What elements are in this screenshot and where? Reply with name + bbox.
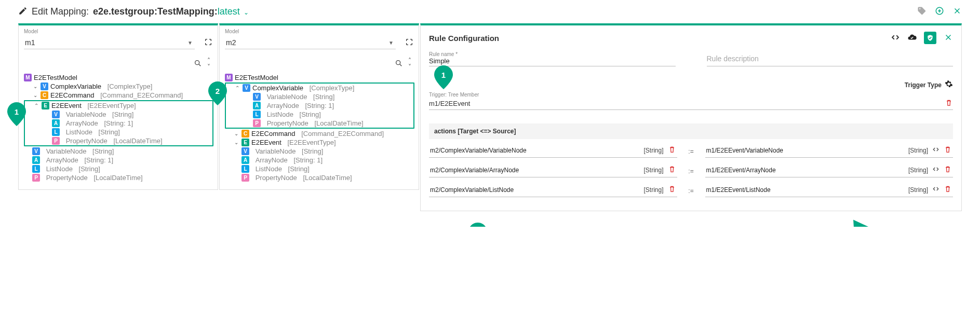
assign-operator: :=	[687, 168, 696, 175]
action-row: m2/ComplexVariable/ListNode [String] := …	[429, 185, 953, 197]
caret-down-icon: ▼	[187, 40, 193, 46]
fullscreen-icon[interactable]	[204, 38, 212, 48]
tree-row[interactable]: P PropertyNode [LocalDateTime]	[225, 173, 414, 182]
search-icon[interactable]	[395, 59, 403, 69]
highlighted-group: ⌃ E E2EEvent [E2EEventType] V VariableNo…	[24, 100, 213, 146]
cloud-check-icon[interactable]	[907, 33, 917, 44]
fullscreen-icon[interactable]	[405, 38, 413, 48]
chevron-down-icon[interactable]: ⌄	[32, 84, 38, 89]
badge-C-icon: C	[41, 91, 48, 99]
tree-row[interactable]: A ArrayNode [String: 1]	[226, 101, 413, 110]
badge-A-icon: A	[241, 156, 249, 164]
tree-row[interactable]: L ListNode [String]	[225, 164, 414, 173]
chevron-down-icon[interactable]: ⌄	[241, 9, 248, 16]
tree-row[interactable]: A ArrayNode [String: 1]	[24, 156, 213, 164]
delete-icon[interactable]	[944, 185, 952, 195]
badge-E-icon: E	[241, 139, 249, 146]
action-row: m2/ComplexVariable/ArrayNode [String] :=…	[429, 165, 953, 177]
search-icon[interactable]	[194, 59, 202, 69]
svg-point-7	[396, 60, 400, 64]
code-icon[interactable]	[932, 146, 939, 155]
model-select-m2[interactable]: m2 ▼	[225, 36, 396, 49]
chevron-up-icon[interactable]: ⌃	[33, 103, 39, 108]
chevron-down-icon[interactable]: ⌄	[233, 140, 239, 145]
mapping-version[interactable]: latest	[218, 6, 240, 17]
edit-icon	[18, 6, 28, 17]
tree-row[interactable]: V VariableNode [String]	[226, 92, 413, 101]
callout-marker-1-rule: 1	[434, 65, 453, 89]
delete-icon[interactable]	[945, 99, 953, 108]
delete-icon[interactable]	[944, 145, 952, 155]
delete-icon[interactable]	[668, 145, 676, 155]
tree-row[interactable]: V VariableNode [String]	[25, 110, 212, 119]
close-icon[interactable]	[952, 6, 962, 17]
tree-row-root[interactable]: M E2ETestModel	[225, 73, 414, 82]
close-icon[interactable]	[944, 33, 953, 44]
trigger-member-label: Trigger: Tree Member	[429, 92, 953, 98]
actions-list: m2/ComplexVariable/VariableNode [String]…	[429, 145, 953, 197]
rule-name-field[interactable]: Rule name * Simple	[429, 51, 676, 66]
action-target[interactable]: m2/ComplexVariable/ArrayNode [String]	[429, 165, 677, 177]
tree-row[interactable]: ⌄ V ComplexVariable [ComplexType]	[24, 82, 213, 91]
action-target[interactable]: m2/ComplexVariable/ListNode [String]	[429, 185, 677, 197]
model-panel-m1: Model m1 ▼ ˄˅ M E2ETestModel ⌄ V	[18, 23, 218, 190]
gear-icon[interactable]	[945, 80, 953, 90]
action-source[interactable]: m1/E2EEvent/ListNode [String]	[705, 185, 954, 197]
model-label: Model	[220, 25, 419, 34]
code-icon[interactable]	[932, 185, 939, 194]
tree-row[interactable]: A ArrayNode [String: 1]	[25, 119, 212, 128]
tree-row[interactable]: A ArrayNode [String: 1]	[225, 156, 414, 164]
expand-collapse-icon[interactable]: ˄˅	[207, 58, 210, 70]
trigger-value-row[interactable]: m1/E2EEvent	[429, 98, 953, 110]
badge-L-icon: L	[52, 128, 60, 136]
tree-row-complexvar[interactable]: ⌃ V ComplexVariable [ComplexType]	[226, 84, 413, 92]
actions-header: actions [Target <=> Source]	[429, 123, 953, 139]
badge-L-icon: L	[241, 165, 249, 173]
callout-marker-1: 1	[7, 102, 26, 126]
action-source[interactable]: m1/E2EEvent/ArrayNode [String]	[705, 165, 954, 177]
trigger-block: Trigger Type Trigger: Tree Member m1/E2E…	[429, 80, 953, 110]
chevron-up-icon[interactable]: ⌃	[234, 85, 240, 91]
caret-down-icon: ▼	[388, 40, 394, 46]
tag-icon[interactable]	[917, 6, 927, 17]
page-header: Edit Mapping: e2e.testgroup:TestMapping:…	[0, 0, 980, 23]
rule-desc-field[interactable]: Rule description	[707, 51, 954, 66]
delete-icon[interactable]	[668, 185, 676, 195]
assign-operator: :=	[687, 187, 696, 195]
tree-row[interactable]: ⌄ C E2ECommand [Command_E2ECommand]	[24, 91, 213, 100]
action-source[interactable]: m1/E2EEvent/VariableNode [String]	[705, 145, 954, 158]
tree-row[interactable]: V VariableNode [String]	[24, 147, 213, 156]
tree-row[interactable]: ⌄ C E2ECommand [Command_E2ECommand]	[225, 129, 414, 138]
delete-icon[interactable]	[944, 165, 952, 175]
tree-row[interactable]: L ListNode [String]	[226, 110, 413, 119]
add-circle-icon[interactable]	[935, 6, 944, 17]
model-label: Model	[19, 25, 218, 34]
badge-C-icon: C	[241, 130, 249, 138]
tree-row[interactable]: P PropertyNode [LocalDateTime]	[25, 136, 212, 145]
tree-row[interactable]: ⌄ E E2EEvent [E2EEventType]	[225, 138, 414, 147]
code-icon[interactable]	[891, 33, 900, 44]
action-row: m2/ComplexVariable/VariableNode [String]…	[429, 145, 953, 158]
tree-row-e2eevent[interactable]: ⌃ E E2EEvent [E2EEventType]	[25, 101, 212, 110]
chevron-down-icon[interactable]: ⌄	[233, 131, 239, 136]
delete-icon[interactable]	[668, 165, 676, 175]
tree-row[interactable]: P PropertyNode [LocalDateTime]	[226, 119, 413, 128]
action-target[interactable]: m2/ComplexVariable/VariableNode [String]	[429, 145, 677, 158]
badge-V-icon: V	[241, 147, 249, 155]
tree-row[interactable]: L ListNode [String]	[25, 128, 212, 136]
tree-row[interactable]: V VariableNode [String]	[225, 147, 414, 156]
badge-P-icon: P	[241, 174, 249, 182]
tree-row[interactable]: P PropertyNode [LocalDateTime]	[24, 173, 213, 182]
expand-collapse-icon[interactable]: ˄˅	[408, 58, 411, 70]
shield-check-icon[interactable]	[924, 32, 936, 44]
chevron-down-icon[interactable]: ⌄	[32, 92, 38, 98]
highlighted-group: ⌃ V ComplexVariable [ComplexType] V Vari…	[225, 82, 414, 129]
rule-config-panel: Rule Configuration Rule name * Simple Ru…	[420, 23, 962, 211]
svg-point-5	[195, 60, 199, 64]
model-select-m1[interactable]: m1 ▼	[24, 36, 195, 49]
badge-L-icon: L	[32, 165, 40, 173]
code-icon[interactable]	[932, 166, 939, 174]
tree-row[interactable]: L ListNode [String]	[24, 164, 213, 173]
tree-row-root[interactable]: M E2ETestModel	[24, 73, 213, 82]
badge-A-icon: A	[253, 102, 261, 109]
